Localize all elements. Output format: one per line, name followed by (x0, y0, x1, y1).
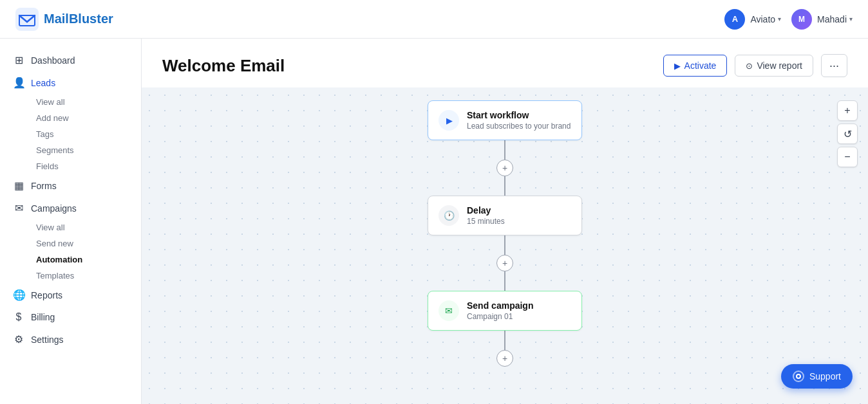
sidebar-item-forms[interactable]: ▦ Forms (0, 174, 141, 197)
user-name: Mahadi ▾ (817, 14, 853, 24)
company-name: Aviato ▾ (750, 14, 781, 24)
leads-tags[interactable]: Tags (31, 126, 141, 142)
connector-line-1 (504, 140, 505, 160)
play-icon: ▶ (446, 116, 453, 125)
layout: ⊞ Dashboard 👤 Leads View all Add new Tag… (0, 39, 868, 404)
zoom-out-button[interactable]: − (837, 147, 858, 167)
connector-line-2 (504, 235, 505, 255)
campaigns-view-all[interactable]: View all (31, 219, 141, 235)
connector-line-2b (504, 271, 505, 291)
reports-icon: 🌐 (13, 289, 24, 301)
start-node-content: Start workflow Lead subscribes to your b… (467, 110, 571, 131)
settings-icon: ⚙ (13, 333, 24, 345)
user-chevron: ▾ (849, 15, 853, 23)
user-avatar: M (791, 9, 812, 30)
forms-icon: ▦ (13, 179, 24, 192)
company-avatar: A (724, 9, 745, 30)
activate-button[interactable]: ▶ Activate (663, 55, 728, 77)
zoom-reset-icon: ↺ (844, 128, 852, 140)
forms-label: Forms (31, 181, 57, 191)
delay-node[interactable]: 🕐 Delay 15 minutes (428, 196, 582, 235)
campaigns-templates[interactable]: Templates (31, 268, 141, 284)
app-name: MailBluster (44, 12, 113, 26)
delay-node-title: Delay (467, 205, 505, 216)
topbar-right: A Aviato ▾ M Mahadi ▾ (724, 9, 853, 30)
campaigns-icon: ✉ (13, 202, 24, 214)
zoom-controls: + ↺ − (837, 100, 858, 167)
leads-icon: 👤 (13, 77, 24, 89)
send-node-subtitle: Campaign 01 (467, 312, 533, 321)
connector-line-3 (504, 331, 505, 350)
sidebar-item-campaigns[interactable]: ✉ Campaigns (0, 197, 141, 219)
zoom-in-button[interactable]: + (837, 100, 858, 121)
campaigns-submenu: View all Send new Automation Templates (0, 219, 141, 284)
start-workflow-node[interactable]: ▶ Start workflow Lead subscribes to your… (428, 100, 582, 140)
dashboard-icon: ⊞ (13, 54, 24, 66)
reports-label: Reports (31, 290, 62, 300)
leads-view-all[interactable]: View all (31, 94, 141, 110)
logo-icon (15, 8, 39, 31)
delay-node-subtitle: 15 minutes (467, 217, 505, 226)
company-account[interactable]: A Aviato ▾ (724, 9, 781, 30)
page-title: Welcome Email (162, 56, 285, 76)
settings-label: Settings (31, 335, 64, 345)
logo-area[interactable]: MailBluster (15, 8, 113, 31)
main-content: Welcome Email ▶ Activate ⊙ View report ·… (142, 39, 868, 404)
send-campaign-node[interactable]: ✉ Send campaign Campaign 01 (428, 291, 582, 331)
send-node-icon-wrap: ✉ (439, 300, 459, 321)
billing-icon: $ (13, 311, 24, 323)
support-label: Support (809, 371, 841, 381)
sidebar-item-billing[interactable]: $ Billing (0, 306, 141, 328)
campaigns-automation[interactable]: Automation (31, 252, 141, 268)
start-node-title: Start workflow (467, 110, 571, 120)
zoom-in-icon: + (844, 105, 850, 116)
add-step-button-1[interactable]: + (496, 160, 513, 176)
campaigns-label: Campaigns (31, 203, 77, 214)
zoom-out-icon: − (844, 151, 850, 163)
workflow-canvas: ▶ Start workflow Lead subscribes to your… (142, 87, 868, 404)
more-options-button[interactable]: ··· (821, 54, 847, 77)
leads-label: Leads (31, 78, 55, 88)
view-report-button[interactable]: ⊙ View report (735, 55, 813, 77)
clock-icon: 🕐 (444, 210, 455, 221)
campaigns-send-new[interactable]: Send new (31, 235, 141, 252)
email-icon: ✉ (445, 306, 453, 316)
leads-segments[interactable]: Segments (31, 142, 141, 158)
start-node-icon-wrap: ▶ (439, 110, 459, 131)
page-header: Welcome Email ▶ Activate ⊙ View report ·… (142, 39, 868, 87)
zoom-reset-button[interactable]: ↺ (837, 124, 858, 144)
leads-fields[interactable]: Fields (31, 158, 141, 174)
header-actions: ▶ Activate ⊙ View report ··· (663, 54, 847, 77)
send-node-content: Send campaign Campaign 01 (467, 300, 533, 321)
add-step-button-3[interactable]: + (496, 350, 513, 367)
dashboard-label: Dashboard (31, 55, 75, 66)
delay-node-content: Delay 15 minutes (467, 205, 505, 226)
sidebar: ⊞ Dashboard 👤 Leads View all Add new Tag… (0, 39, 142, 404)
sidebar-item-leads[interactable]: 👤 Leads (0, 71, 141, 94)
support-ring-icon (793, 371, 804, 382)
view-report-icon: ⊙ (746, 61, 753, 71)
add-step-button-2[interactable]: + (496, 255, 513, 271)
start-node-subtitle: Lead subscribes to your brand (467, 122, 571, 131)
billing-label: Billing (31, 312, 55, 322)
support-button[interactable]: Support (781, 364, 853, 389)
send-node-title: Send campaign (467, 300, 533, 311)
connector-1: + (496, 140, 513, 196)
leads-submenu: View all Add new Tags Segments Fields (0, 94, 141, 174)
company-chevron: ▾ (778, 15, 781, 23)
sidebar-item-dashboard[interactable]: ⊞ Dashboard (0, 49, 141, 71)
sidebar-item-settings[interactable]: ⚙ Settings (0, 328, 141, 351)
connector-2: + (496, 235, 513, 291)
connector-line-1b (504, 176, 505, 196)
workflow-container: ▶ Start workflow Lead subscribes to your… (142, 87, 868, 404)
user-account[interactable]: M Mahadi ▾ (791, 9, 853, 30)
activate-icon: ▶ (674, 61, 681, 71)
sidebar-item-reports[interactable]: 🌐 Reports (0, 284, 141, 306)
leads-add-new[interactable]: Add new (31, 110, 141, 126)
topbar: MailBluster A Aviato ▾ M Mahadi ▾ (0, 0, 868, 39)
connector-3: + (496, 331, 513, 367)
more-options-icon: ··· (829, 59, 839, 72)
delay-node-icon-wrap: 🕐 (439, 205, 459, 226)
